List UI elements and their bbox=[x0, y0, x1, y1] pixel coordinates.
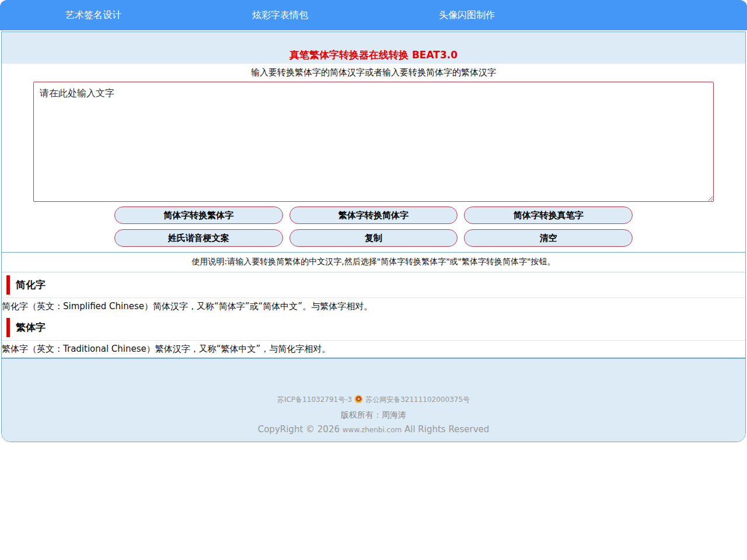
simplified-to-zhenbi-button[interactable]: 简体字转换真笔字 bbox=[464, 206, 633, 224]
page-title: 真笔繁体字转换器在线转换 BEAT3.0 bbox=[289, 48, 458, 62]
footer-copyright: CopyRight © 2026 www.zhenbi.com All Righ… bbox=[2, 424, 745, 435]
copy-button[interactable]: 复制 bbox=[289, 229, 458, 247]
section-body-traditional: 繁体字（英文：Traditional Chinese）繁体汉字，又称“繁体中文”… bbox=[2, 341, 745, 358]
section-title: 简化字 bbox=[16, 278, 745, 292]
red-accent-bar bbox=[6, 275, 10, 295]
section-title: 繁体字 bbox=[16, 321, 745, 334]
section-heading-simplified: 简化字 bbox=[2, 272, 745, 298]
title-band: 真笔繁体字转换器在线转换 BEAT3.0 bbox=[2, 32, 745, 64]
police-link[interactable]: 苏公网安备32111102000375号 bbox=[365, 395, 470, 405]
footer: 苏ICP备11032791号-3 苏公网安备32111102000375号 版权… bbox=[2, 358, 745, 442]
converter-panel: 真笔繁体字转换器在线转换 BEAT3.0 输入要转换繁体字的简体汉字或者输入要转… bbox=[2, 32, 745, 253]
clear-button[interactable]: 清空 bbox=[464, 229, 633, 247]
text-input[interactable] bbox=[33, 82, 714, 202]
icp-link[interactable]: 苏ICP备11032791号-3 bbox=[277, 395, 352, 405]
copyright-pre: CopyRight © 2026 bbox=[258, 424, 340, 435]
usage-note: 使用说明:请输入要转换简繁体的中文汉字,然后选择"简体字转换繁体字"或"繁体字转… bbox=[2, 253, 745, 272]
section-body-simplified: 简化字（英文：Simplified Chinese）简体汉字，又称“简体字”或“… bbox=[2, 298, 745, 315]
red-accent-bar bbox=[6, 318, 10, 337]
section-heading-traditional: 繁体字 bbox=[2, 315, 745, 341]
footer-owner: 版权所有：周海涛 bbox=[2, 410, 745, 421]
nav-item-colorful-emoji[interactable]: 炫彩字表情包 bbox=[187, 9, 374, 22]
button-grid: 简体字转换繁体字 繁体字转换简体字 简体字转换真笔字 姓氏谐音梗文案 复制 清空 bbox=[114, 206, 633, 252]
copyright-post: All Rights Reserved bbox=[404, 424, 489, 435]
simplified-to-traditional-button[interactable]: 简体字转换繁体字 bbox=[114, 206, 283, 224]
subtitle: 输入要转换繁体字的简体汉字或者输入要转换简体字的繁体汉字 bbox=[2, 64, 745, 79]
site-url: www.zhenbi.com bbox=[343, 426, 402, 434]
police-badge-icon bbox=[354, 394, 363, 405]
footer-beian-line: 苏ICP备11032791号-3 苏公网安备32111102000375号 bbox=[2, 394, 745, 405]
surname-pun-button[interactable]: 姓氏谐音梗文案 bbox=[114, 229, 283, 247]
nav-item-art-signature[interactable]: 艺术签名设计 bbox=[0, 9, 187, 22]
main-container: 真笔繁体字转换器在线转换 BEAT3.0 输入要转换繁体字的简体汉字或者输入要转… bbox=[1, 32, 746, 442]
top-nav: 艺术签名设计 炫彩字表情包 头像闪图制作 bbox=[0, 0, 747, 30]
traditional-to-simplified-button[interactable]: 繁体字转换简体字 bbox=[289, 206, 458, 224]
nav-menu-cell bbox=[560, 10, 747, 21]
nav-item-avatar-flash[interactable]: 头像闪图制作 bbox=[374, 9, 560, 22]
